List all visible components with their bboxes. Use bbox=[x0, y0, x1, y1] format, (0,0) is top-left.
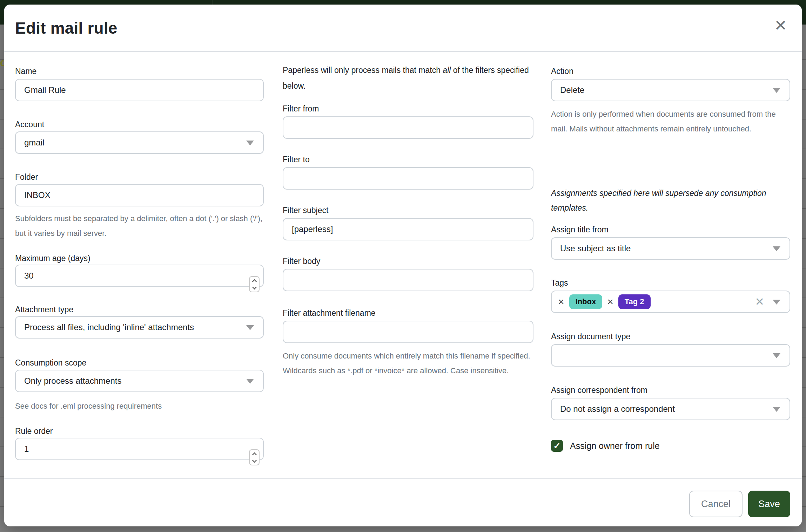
folder-input[interactable] bbox=[15, 184, 264, 206]
account-label: Account bbox=[15, 119, 44, 130]
edit-mail-rule-dialog: Edit mail rule ✕ Name Account gmail Fold… bbox=[4, 5, 802, 526]
chevron-down-icon bbox=[246, 325, 254, 330]
filter-attachment-filename-input[interactable] bbox=[283, 321, 533, 343]
name-input[interactable] bbox=[15, 79, 264, 101]
action-label: Action bbox=[551, 66, 573, 76]
filter-body-label: Filter body bbox=[283, 256, 320, 266]
tag-chip: Inbox bbox=[569, 294, 603, 309]
filter-attachment-filename-hint: Only consume documents which entirely ma… bbox=[283, 349, 533, 378]
filters-intro: Paperless will only process mails that m… bbox=[283, 62, 533, 94]
attachment-type-label: Attachment type bbox=[15, 304, 73, 315]
chevron-down-icon bbox=[246, 379, 254, 384]
filter-subject-input[interactable] bbox=[283, 218, 533, 240]
backdrop-left-rows bbox=[0, 30, 4, 526]
assign-owner-row: ✓ Assign owner from rule bbox=[551, 440, 660, 452]
stepper-down-icon[interactable] bbox=[252, 458, 257, 463]
rule-order-input[interactable] bbox=[15, 438, 264, 460]
action-select[interactable]: Delete bbox=[551, 79, 790, 101]
filter-to-label: Filter to bbox=[283, 154, 310, 165]
account-select-value: gmail bbox=[24, 138, 44, 148]
remove-tag-icon[interactable]: × bbox=[607, 296, 613, 307]
name-label: Name bbox=[15, 66, 36, 76]
backdrop-right-rows bbox=[802, 30, 806, 526]
save-button[interactable]: Save bbox=[748, 491, 790, 517]
column-general: Name Account gmail Folder Subfolders mus… bbox=[15, 5, 264, 478]
chevron-down-icon bbox=[773, 407, 780, 412]
chevron-down-icon bbox=[246, 141, 254, 145]
rule-order-label: Rule order bbox=[15, 426, 53, 436]
chevron-down-icon bbox=[773, 353, 780, 358]
max-age-stepper[interactable] bbox=[249, 276, 260, 292]
assign-owner-checkbox[interactable]: ✓ bbox=[551, 440, 563, 452]
chevron-down-icon bbox=[773, 300, 780, 305]
action-hint: Action is only performed when documents … bbox=[551, 107, 790, 136]
checkmark-icon: ✓ bbox=[553, 441, 561, 451]
consumption-scope-select[interactable]: Only process attachments bbox=[15, 370, 264, 392]
assign-owner-label: Assign owner from rule bbox=[570, 441, 660, 451]
filter-from-input[interactable] bbox=[283, 116, 533, 139]
tags-label: Tags bbox=[551, 278, 568, 288]
rule-order-stepper[interactable] bbox=[249, 449, 260, 465]
filter-body-input[interactable] bbox=[283, 269, 533, 291]
assign-correspondent-from-select[interactable]: Do not assign a correspondent bbox=[551, 398, 790, 420]
stepper-down-icon[interactable] bbox=[252, 285, 257, 289]
column-actions: Action Delete Action is only performed w… bbox=[551, 5, 790, 478]
account-select[interactable]: gmail bbox=[15, 131, 264, 154]
assign-title-from-select-value: Use subject as title bbox=[560, 244, 631, 253]
consumption-scope-label: Consumption scope bbox=[15, 357, 86, 368]
column-filters: Paperless will only process mails that m… bbox=[283, 5, 533, 478]
assign-title-from-select[interactable]: Use subject as title bbox=[551, 237, 790, 260]
assignments-note: Assignments specified here will supersed… bbox=[551, 186, 790, 215]
attachment-type-select-value: Process all files, including 'inline' at… bbox=[24, 322, 194, 332]
assign-document-type-select[interactable] bbox=[551, 344, 790, 367]
folder-hint: Subfolders must be separated by a delimi… bbox=[15, 211, 264, 241]
filter-to-input[interactable] bbox=[283, 167, 533, 190]
assign-document-type-label: Assign document type bbox=[551, 331, 630, 342]
action-select-value: Delete bbox=[560, 85, 584, 95]
assign-correspondent-from-label: Assign correspondent from bbox=[551, 385, 647, 395]
stepper-up-icon[interactable] bbox=[252, 279, 257, 284]
clear-tags-icon[interactable]: ✕ bbox=[755, 296, 764, 307]
remove-tag-icon[interactable]: × bbox=[558, 296, 564, 307]
consumption-scope-hint: See docs for .eml processing requirement… bbox=[15, 399, 162, 414]
max-age-label: Maximum age (days) bbox=[15, 253, 90, 264]
consumption-scope-select-value: Only process attachments bbox=[24, 376, 121, 386]
tags-multiselect[interactable]: × Inbox × Tag 2 ✕ bbox=[551, 291, 790, 313]
filter-subject-label: Filter subject bbox=[283, 205, 328, 216]
footer-divider bbox=[4, 478, 802, 479]
filter-from-label: Filter from bbox=[283, 103, 319, 114]
filters-intro-text: Paperless will only process mails that m… bbox=[283, 66, 443, 75]
folder-label: Folder bbox=[15, 172, 38, 182]
filters-intro-emphasis: all bbox=[443, 66, 451, 75]
assign-title-from-label: Assign title from bbox=[551, 224, 609, 235]
chevron-down-icon bbox=[773, 246, 780, 251]
attachment-type-select[interactable]: Process all files, including 'inline' at… bbox=[15, 316, 264, 339]
filter-attachment-filename-label: Filter attachment filename bbox=[283, 308, 376, 318]
assign-correspondent-from-select-value: Do not assign a correspondent bbox=[560, 404, 675, 414]
max-age-input[interactable] bbox=[15, 265, 264, 287]
cancel-button[interactable]: Cancel bbox=[689, 491, 743, 517]
tag-chip: Tag 2 bbox=[618, 294, 651, 309]
stepper-up-icon[interactable] bbox=[252, 452, 257, 457]
chevron-down-icon bbox=[773, 88, 780, 93]
